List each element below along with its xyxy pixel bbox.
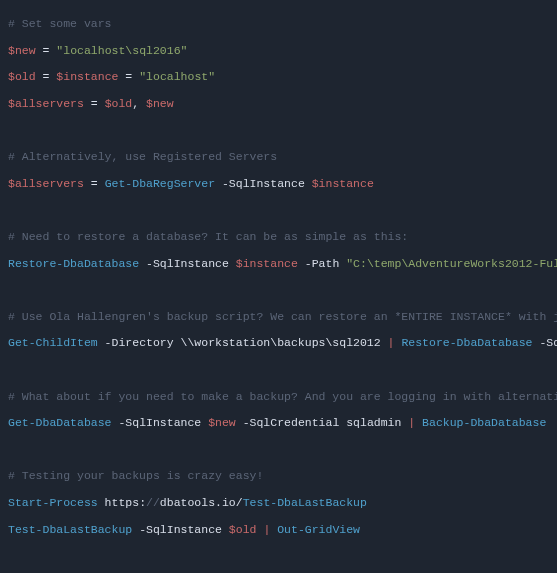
variable: $new <box>8 44 36 57</box>
cmdlet: Get-DbaRegServer <box>105 177 215 190</box>
code-editor: # Set some vars $new = "localhost\sql201… <box>0 0 557 573</box>
comment: # Set some vars <box>8 17 112 30</box>
string: "localhost\sql2016" <box>56 44 187 57</box>
